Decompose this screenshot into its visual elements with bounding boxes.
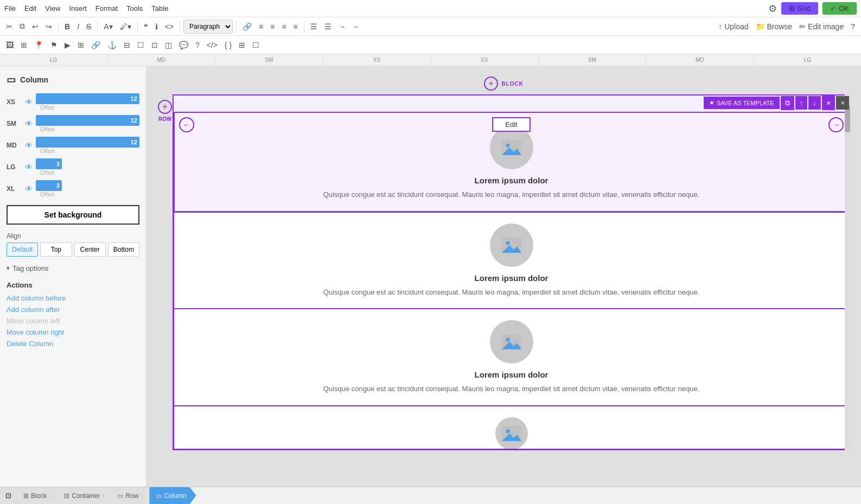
ruler-sm: SM xyxy=(215,54,323,66)
bp-lg-eye[interactable]: 👁 xyxy=(25,163,33,171)
font-size-button[interactable]: ℹ xyxy=(152,21,161,33)
bp-xs-bar-wrap: 12 Offset xyxy=(36,93,139,111)
list-ul-button[interactable]: ☰ xyxy=(308,21,320,33)
redo-button[interactable]: ↪ xyxy=(43,21,55,33)
actions-section: Actions Add column before Add column aft… xyxy=(0,277,146,354)
add-column-before-action[interactable]: Add column before xyxy=(7,292,139,304)
edit-button[interactable]: Edit xyxy=(492,117,530,132)
bc-row[interactable]: ▭ Row › xyxy=(111,487,149,504)
align-right-button[interactable]: ≡ xyxy=(279,21,289,33)
bc-select-icon[interactable]: ⊡ xyxy=(0,487,17,504)
undo-button[interactable]: ↩ xyxy=(29,21,41,33)
bp-md-eye[interactable]: 👁 xyxy=(25,141,33,150)
add-column-after-action[interactable]: Add column after xyxy=(7,304,139,315)
upload-button[interactable]: ↑ Upload xyxy=(716,21,751,33)
row-add-button[interactable]: + xyxy=(158,100,172,114)
bold-button[interactable]: B xyxy=(62,21,73,33)
link2-button[interactable]: 🔗 xyxy=(88,39,103,51)
card-2: Lorem ipsum dolor Quisque congue est ac … xyxy=(174,212,849,309)
divider6 xyxy=(304,21,304,32)
comment-button[interactable]: 💬 xyxy=(176,39,191,51)
menu-edit[interactable]: Edit xyxy=(24,4,36,12)
close-template-button[interactable]: × xyxy=(822,95,836,110)
close-column-button[interactable]: × xyxy=(836,96,849,110)
ruler-lg-right: LG xyxy=(754,54,862,66)
grid3-button[interactable]: ⊞ xyxy=(236,39,248,51)
save-as-template-button[interactable]: ★ SAVE AS TEMPLATE xyxy=(704,97,780,109)
browse-button[interactable]: 📁 Browse xyxy=(753,21,795,33)
align-justify-button[interactable]: ≡ xyxy=(291,21,301,33)
outdent-button[interactable]: ← xyxy=(350,21,363,33)
menu-tools[interactable]: Tools xyxy=(126,4,143,12)
highlight-button[interactable]: 🖊▾ xyxy=(117,21,134,33)
embed-button[interactable]: ⊡ xyxy=(149,39,161,51)
sidebar-title-label: Column xyxy=(20,75,48,84)
move-column-right-action[interactable]: Move column right xyxy=(7,327,139,338)
grid-button[interactable]: ⊞ Grid xyxy=(781,2,819,15)
split-button[interactable]: ⊟ xyxy=(121,39,133,51)
menu-view[interactable]: View xyxy=(45,4,60,12)
link-button[interactable]: 🔗 xyxy=(240,21,254,33)
bc-row-label: Row xyxy=(125,492,138,500)
indent-button[interactable]: → xyxy=(336,21,349,33)
set-background-button[interactable]: Set background xyxy=(7,205,139,225)
map-button[interactable]: 📍 xyxy=(31,39,46,51)
video-button[interactable]: ▶ xyxy=(62,39,73,51)
code2-button[interactable]: { } xyxy=(222,39,234,51)
box-button[interactable]: ☐ xyxy=(135,39,147,51)
italic-button[interactable]: I xyxy=(74,21,82,33)
bp-sm-eye[interactable]: 👁 xyxy=(25,119,33,128)
bc-arrow-1: › xyxy=(49,492,51,500)
menu-file[interactable]: File xyxy=(4,4,16,12)
table2-button[interactable]: ⊞ xyxy=(18,39,30,51)
bc-column-active[interactable]: ▭ Column xyxy=(149,487,196,504)
card-3: Lorem ipsum dolor Quisque congue est ac … xyxy=(174,309,849,406)
bp-xl-eye[interactable]: 👁 xyxy=(25,184,33,193)
menu-insert[interactable]: Insert xyxy=(69,4,87,12)
duplicate-button[interactable]: ⧉ xyxy=(781,96,794,110)
strikethrough-button[interactable]: S xyxy=(84,21,94,33)
anchor-button[interactable]: ⚓ xyxy=(105,39,119,51)
ok-button[interactable]: ✓ OK xyxy=(822,2,857,15)
help-button[interactable]: ? xyxy=(848,21,858,33)
canvas-inner: + BLOCK + ROW ★ SAVE AS TEMPLATE xyxy=(146,66,861,487)
next-button[interactable]: → xyxy=(828,117,844,132)
menu-table[interactable]: Table xyxy=(151,4,168,12)
align-label: Align xyxy=(7,232,139,240)
copy-button[interactable]: ⧉ xyxy=(17,20,28,33)
bp-xs-eye[interactable]: 👁 xyxy=(25,98,33,106)
flag-button[interactable]: ⚑ xyxy=(48,39,60,51)
tooltip-button[interactable]: ? xyxy=(193,39,202,51)
align-bottom-button[interactable]: Bottom xyxy=(108,243,139,257)
move-down-button[interactable]: ↓ xyxy=(808,96,821,110)
tag-options-row[interactable]: ▾ Tag options xyxy=(0,260,146,277)
code-button[interactable]: <> xyxy=(162,21,176,33)
image-button[interactable]: 🖼 xyxy=(3,39,16,51)
grid2-button[interactable]: ⊞ xyxy=(75,39,87,51)
bc-block[interactable]: ⊞ Block › xyxy=(17,487,58,504)
align-left-button[interactable]: ≡ xyxy=(256,21,266,33)
bc-container[interactable]: ⊟ Container › xyxy=(58,487,111,504)
paragraph-select[interactable]: Paragraph xyxy=(183,20,233,34)
align-center-button[interactable]: Center xyxy=(74,243,106,257)
box2-button[interactable]: ☐ xyxy=(250,39,262,51)
align-top-button[interactable]: Top xyxy=(40,243,72,257)
move-up-button[interactable]: ↑ xyxy=(795,96,808,110)
menu-format[interactable]: Format xyxy=(95,4,118,12)
list-ol-button[interactable]: ☰ xyxy=(322,21,334,33)
bottom-bar: ⊡ ⊞ Block › ⊟ Container › ▭ Row › ▭ Colu… xyxy=(0,487,861,504)
font-color-button[interactable]: A▾ xyxy=(101,21,115,33)
tag-options-label: Tag options xyxy=(12,264,49,272)
block-add-button[interactable]: + xyxy=(484,76,498,91)
align-default-button[interactable]: Default xyxy=(7,243,38,257)
prev-button[interactable]: ← xyxy=(179,117,194,132)
delete-column-action[interactable]: Delete Column xyxy=(7,338,139,349)
widget-button[interactable]: ◫ xyxy=(162,39,175,51)
tag-options-chevron: ▾ xyxy=(7,265,10,272)
settings-button[interactable]: ⚙ xyxy=(768,3,777,15)
cut-button[interactable]: ✂ xyxy=(3,21,15,33)
quote-button[interactable]: ❝ xyxy=(141,21,151,33)
html-button[interactable]: </> xyxy=(204,39,220,51)
align-center-button[interactable]: ≡ xyxy=(267,21,277,33)
edit-image-button[interactable]: ✏ Edit image xyxy=(796,21,846,33)
